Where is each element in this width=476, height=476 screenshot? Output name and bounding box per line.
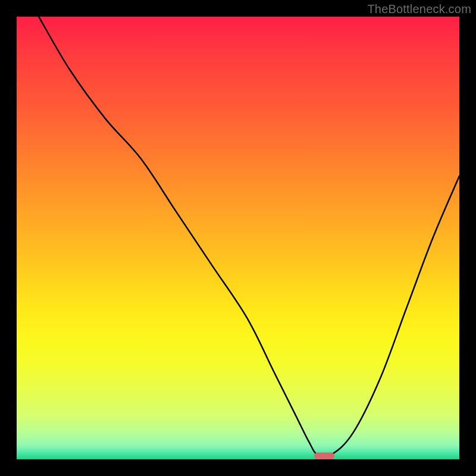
optimum-marker (314, 453, 334, 459)
watermark-text: TheBottleneck.com (367, 2, 471, 16)
curve-path (39, 17, 459, 458)
chart-frame: TheBottleneck.com (0, 0, 476, 476)
bottleneck-curve (17, 17, 459, 459)
chart-plot-area (17, 17, 459, 459)
